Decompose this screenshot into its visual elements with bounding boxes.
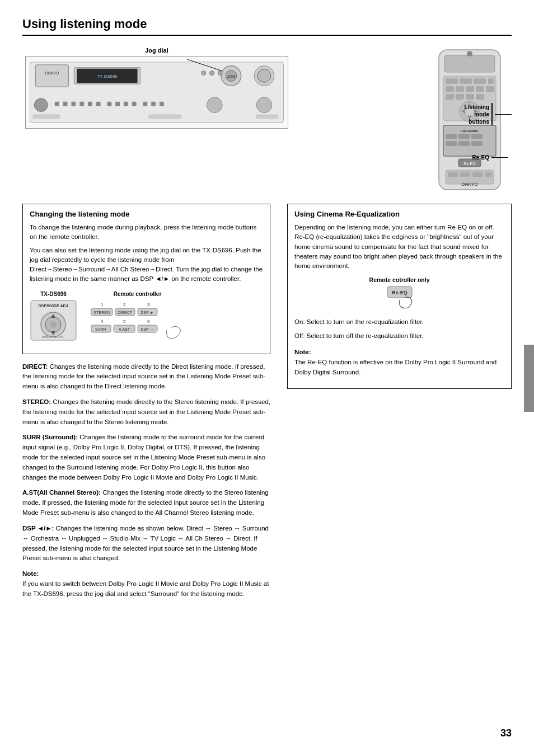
diagrams-row: TX-DS696 DSP/MODE ADJ PUSH TO ENT. — [30, 291, 263, 341]
dsp-term: DSP ◄/►: — [22, 525, 54, 532]
svg-text:Re-EQ: Re-EQ — [463, 162, 476, 166]
remote-label: Remote controller — [114, 291, 162, 297]
svg-text:1: 1 — [101, 302, 104, 307]
svg-rect-62 — [446, 141, 457, 146]
direct-text: Changes the listening mode directly to t… — [22, 363, 265, 390]
tx-ds696-diagram: TX-DS696 DSP/MODE ADJ PUSH TO ENT. — [30, 291, 77, 341]
svg-rect-33 — [256, 114, 278, 119]
main-content: Changing the listening mode To change th… — [22, 204, 512, 605]
changing-mode-title: Changing the listening mode — [30, 210, 263, 218]
svg-rect-20 — [88, 102, 92, 106]
receiver-svg: ONKYO TX-DS696 JOG — [25, 56, 288, 129]
svg-rect-17 — [63, 102, 68, 106]
remote-side-labels: Listening mode buttons Re-EQ — [458, 103, 512, 161]
re-eq-label: Re-EQ — [458, 154, 489, 161]
svg-text:5: 5 — [123, 319, 126, 324]
left-note: Note: If you want to switch between Dolb… — [22, 569, 270, 599]
right-note: Note: The Re-EQ function is effective on… — [294, 348, 504, 377]
svg-text:TX-DS696: TX-DS696 — [97, 74, 118, 79]
svg-rect-50 — [476, 94, 484, 100]
sidebar-tab — [524, 345, 534, 412]
svg-rect-70 — [472, 172, 483, 177]
svg-point-36 — [467, 51, 472, 57]
changing-para1: To change the listening mode during play… — [30, 223, 263, 242]
right-note-text: The Re-EQ function is effective on the D… — [294, 358, 504, 378]
svg-rect-42 — [446, 86, 454, 92]
changing-listening-mode-box: Changing the listening mode To change th… — [22, 204, 270, 354]
svg-text:PUSH TO ENT.: PUSH TO ENT. — [41, 335, 64, 339]
svg-text:DIRECT: DIRECT — [118, 311, 133, 314]
svg-text:4: 4 — [101, 319, 104, 324]
direct-term: DIRECT: — [22, 363, 48, 370]
svg-rect-48 — [456, 94, 464, 100]
svg-rect-26 — [143, 102, 147, 106]
off-term: Off: — [294, 332, 305, 339]
svg-rect-46 — [486, 86, 494, 92]
left-note-label: Note: — [22, 569, 270, 579]
right-note-label: Note: — [294, 348, 504, 358]
svg-rect-38 — [446, 78, 458, 84]
svg-text:DSP/MODE ADJ: DSP/MODE ADJ — [38, 304, 68, 308]
changing-para2: You can also set the listening mode usin… — [30, 246, 263, 284]
page-title: Using listening mode — [22, 17, 512, 36]
svg-point-12 — [218, 71, 222, 76]
top-images-row: Jog dial ONKYO TX-DS696 JOG — [22, 47, 512, 192]
cinema-re-eq-box: Using Cinema Re-Equalization Depending o… — [287, 204, 512, 389]
surr-section: SURR (Surround): Changes the listening m… — [22, 433, 270, 482]
svg-rect-71 — [485, 172, 491, 177]
jog-dial-svg: DSP/MODE ADJ PUSH TO ENT. — [30, 299, 77, 341]
ast-term: A.ST(All Channel Stereo): — [22, 489, 101, 496]
svg-rect-19 — [79, 102, 84, 106]
svg-rect-28 — [160, 102, 164, 106]
svg-text:A.AST: A.AST — [119, 327, 130, 331]
svg-point-10 — [202, 71, 206, 76]
ast-section: A.ST(All Channel Stereo): Changes the li… — [22, 488, 270, 518]
svg-point-11 — [210, 71, 214, 76]
svg-rect-39 — [460, 78, 472, 84]
surr-term: SURR (Surround): — [22, 434, 78, 440]
svg-text:ONKYO: ONKYO — [461, 182, 477, 187]
off-text: Select to turn off the re-equalization f… — [305, 332, 423, 339]
on-text-block: On: Select to turn on the re-equalizatio… — [294, 317, 504, 327]
svg-rect-18 — [71, 102, 76, 106]
svg-text:DSP ►: DSP ► — [140, 311, 153, 314]
svg-point-15 — [34, 98, 48, 112]
direct-section: DIRECT: Changes the listening mode direc… — [22, 362, 270, 392]
svg-text:SURR: SURR — [95, 327, 106, 331]
on-term: On: — [294, 318, 305, 325]
svg-rect-35 — [444, 55, 495, 72]
jog-dial-label: Jog dial — [145, 47, 168, 54]
svg-rect-32 — [148, 114, 181, 119]
remote-buttons-svg: 1 2 3 STEREO DIRECT DSP ► 4 — [88, 299, 186, 341]
svg-text:DSP →: DSP → — [140, 327, 153, 331]
remote-diagram: LISTENING Re-EQ ONKYO — [366, 47, 512, 192]
stereo-text: Changes the listening mode directly to t… — [22, 398, 270, 425]
svg-rect-24 — [124, 102, 128, 106]
svg-rect-49 — [466, 94, 474, 100]
svg-rect-16 — [55, 102, 59, 106]
svg-rect-68 — [448, 172, 458, 177]
svg-rect-41 — [488, 78, 494, 84]
svg-rect-47 — [446, 94, 454, 100]
svg-text:ONKYO: ONKYO — [45, 71, 59, 75]
svg-point-29 — [207, 97, 223, 113]
dsp-text: Changes the listening mode as shown belo… — [22, 525, 269, 561]
svg-rect-45 — [476, 86, 484, 92]
svg-rect-23 — [115, 102, 120, 106]
stereo-term: STEREO: — [22, 398, 51, 405]
svg-rect-44 — [466, 86, 474, 92]
left-column: Changing the listening mode To change th… — [22, 204, 270, 605]
stereo-section: STEREO: Changes the listening mode direc… — [22, 397, 270, 427]
svg-point-30 — [256, 97, 272, 113]
re-eq-remote-svg: Re-EQ — [377, 285, 422, 311]
svg-text:Re-EQ: Re-EQ — [392, 290, 407, 295]
left-note-text: If you want to switch between Dolby Pro … — [22, 579, 270, 599]
svg-rect-1 — [35, 65, 68, 87]
svg-rect-31 — [32, 114, 60, 119]
svg-text:6: 6 — [147, 319, 150, 324]
svg-rect-43 — [456, 86, 464, 92]
remote-controller-diagram: Remote controller 1 2 3 STEREO DIRECT — [88, 291, 186, 341]
svg-point-77 — [50, 321, 57, 328]
svg-rect-59 — [446, 134, 457, 139]
cinema-re-eq-title: Using Cinema Re-Equalization — [294, 210, 504, 218]
